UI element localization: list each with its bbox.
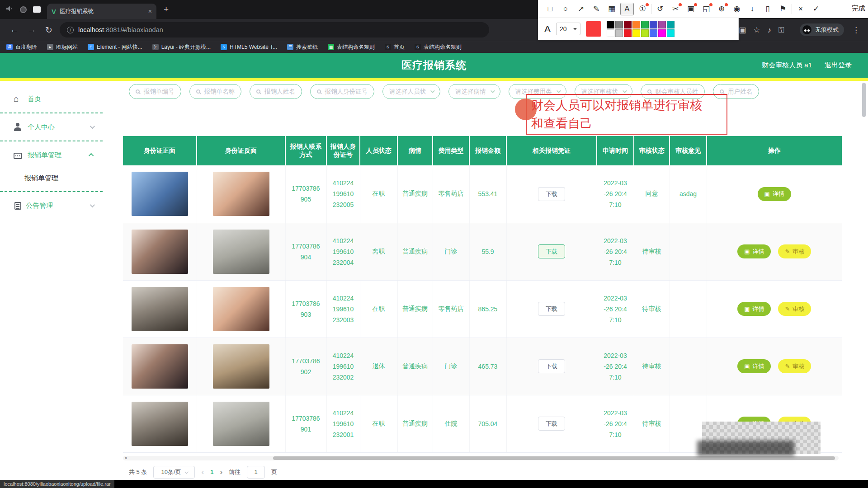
undo-icon[interactable]: ↺ [653, 3, 667, 15]
bookmark-item[interactable]: ): Layui - 经典开源模... [152, 43, 211, 51]
next-page-button[interactable]: › [220, 468, 222, 477]
bookmark-item[interactable]: ▸ 图标网站 [47, 43, 78, 51]
color-swatch[interactable] [624, 21, 632, 28]
arrow-tool-icon[interactable]: ↗ [574, 3, 588, 15]
color-swatch[interactable] [658, 21, 666, 28]
download-button[interactable]: 下载 [538, 359, 565, 373]
bookmark-item[interactable]: ▦ 表结构命名规则 [328, 43, 375, 51]
detail-button[interactable]: ▣ 详情 [737, 244, 771, 258]
bookmark-item[interactable]: ☰ 搜索壁纸 [287, 43, 318, 51]
color-swatch[interactable] [607, 21, 614, 28]
tab-close-icon[interactable]: × [148, 8, 152, 15]
filter-staff-status[interactable]: 请选择人员状 [382, 84, 440, 99]
download-button[interactable]: 下载 [538, 187, 565, 201]
scroll-left-arrow-icon[interactable]: ◂ [124, 455, 127, 460]
phone-cell: 17703786905 [285, 165, 326, 223]
ocr-icon[interactable]: ◱ [699, 3, 713, 15]
back-icon[interactable]: ← [10, 25, 19, 35]
id-card-back-photo [213, 287, 269, 331]
recorder-app-icon[interactable] [20, 6, 27, 13]
color-swatch[interactable] [615, 29, 623, 37]
page-size-select[interactable]: 10条/页 [153, 466, 195, 479]
horizontal-scrollbar[interactable]: ◂ [123, 456, 839, 460]
color-swatch[interactable] [667, 21, 675, 28]
detail-button[interactable]: ▣ 详情 [737, 302, 771, 316]
audit-button[interactable]: ✎ 审核 [778, 359, 811, 373]
sidebar-item-home[interactable]: ⌂ 首页 [0, 87, 103, 111]
text-tool-icon[interactable]: A [620, 3, 634, 15]
goto-page-input[interactable]: 1 [247, 466, 265, 479]
address-bar[interactable]: i localhost:8081/#/biaoxiaodan [60, 22, 489, 38]
active-color-swatch[interactable] [586, 21, 601, 37]
detail-button[interactable]: ▣ 详情 [758, 187, 791, 201]
forward-icon[interactable]: → [28, 25, 36, 35]
color-swatch[interactable] [607, 29, 614, 37]
filter-person-id[interactable]: 报销人身份证号 [310, 84, 375, 99]
font-size-select[interactable]: 20 [556, 23, 580, 35]
audit-button[interactable]: ✎ 审核 [778, 244, 811, 258]
download-icon[interactable]: ↓ [745, 3, 759, 15]
audit-button[interactable]: ✎ 审核 [778, 302, 811, 316]
filter-reimburse-name[interactable]: 报销单名称 [189, 84, 242, 99]
speaker-icon[interactable] [6, 5, 14, 14]
translate-icon[interactable]: ▣ [684, 3, 698, 15]
color-swatch[interactable] [667, 29, 675, 37]
id-number-cell: 410224199610232002 [326, 338, 360, 395]
pin-icon[interactable]: ⊕ [715, 3, 728, 15]
table-row: 17703786902 410224199610232002 退休 普通疾病 门… [123, 338, 842, 395]
record-icon[interactable]: ◉ [730, 3, 744, 15]
current-page[interactable]: 1 [210, 469, 213, 475]
color-swatch[interactable] [632, 21, 640, 28]
color-swatch[interactable] [650, 21, 657, 28]
reload-icon[interactable]: ↻ [45, 25, 52, 35]
bookmark-item[interactable]: E Element - 网站快... [88, 43, 142, 51]
filter-person-name[interactable]: 报销人姓名 [250, 84, 302, 99]
bookmark-item[interactable]: S 首页 [385, 43, 405, 51]
sidebar-item-reimburse[interactable]: 报销单管理 [0, 143, 103, 167]
vertical-scrollbar-thumb[interactable] [862, 83, 866, 117]
sidebar: ⌂ 首页 个人中心 报销单管理 报销单管理 [0, 81, 103, 480]
sidebar-subitem-reimburse-list[interactable]: 报销单管理 [0, 167, 103, 189]
bookmark-item[interactable]: S 表结构命名规则 [415, 43, 462, 51]
site-info-icon[interactable]: i [67, 27, 74, 33]
done-check-icon[interactable]: ✓ [809, 3, 823, 15]
pen-tool-icon[interactable]: ✎ [590, 3, 603, 15]
done-label[interactable]: 完成 [852, 4, 865, 13]
table-header-row: 身份证正面 身份证反面 报销人联系方式 报销人身份证号 人员状态 病情 费用类型… [123, 136, 842, 165]
detail-button[interactable]: ▣ 详情 [737, 359, 771, 373]
bookmark-icon[interactable]: ⚑ [776, 3, 790, 15]
mosaic-tool-icon[interactable]: ▦ [605, 3, 618, 15]
download-button[interactable]: 下载 [538, 417, 565, 431]
download-button[interactable]: 下载 [538, 244, 565, 258]
color-swatch[interactable] [650, 29, 657, 37]
rect-tool-icon[interactable]: □ [543, 3, 557, 15]
window-icon[interactable] [33, 6, 41, 13]
color-swatch[interactable] [641, 21, 649, 28]
logout-button[interactable]: 退出登录 [825, 61, 852, 70]
filter-reimburse-no[interactable]: 报销单编号 [129, 84, 181, 99]
color-swatch[interactable] [615, 21, 623, 28]
color-swatch[interactable] [658, 29, 666, 37]
new-tab-button[interactable]: + [164, 5, 169, 14]
close-icon[interactable]: × [794, 3, 807, 15]
screenshot-icon[interactable]: ✂ [669, 3, 682, 15]
bookmark-item[interactable]: 译 百度翻译 [6, 43, 37, 51]
color-swatch[interactable] [624, 29, 632, 37]
step-number-tool-icon[interactable]: ① [636, 3, 649, 15]
sidebar-item-notice[interactable]: 公告管理 [0, 194, 103, 217]
bookmarks-bar: 译 百度翻译 ▸ 图标网站 E Element - 网站快... ): Layu… [0, 41, 868, 53]
phone-icon[interactable]: ▯ [761, 3, 774, 15]
download-button[interactable]: 下载 [538, 302, 565, 316]
prev-page-button[interactable]: ‹ [201, 468, 204, 477]
divider[interactable] [792, 4, 792, 14]
ellipse-tool-icon[interactable]: ○ [559, 3, 572, 15]
audit-icon: ✎ [785, 305, 790, 312]
divider[interactable] [651, 4, 651, 14]
sidebar-item-profile[interactable]: 个人中心 [0, 115, 103, 139]
filter-disease[interactable]: 请选择病情 [448, 84, 500, 99]
browser-tab[interactable]: V 医疗报销系统 × [47, 4, 156, 19]
scrollbar-thumb[interactable] [273, 456, 835, 460]
color-swatch[interactable] [641, 29, 649, 37]
color-swatch[interactable] [632, 29, 640, 37]
bookmark-item[interactable]: 5 HTML5 Website T... [221, 44, 277, 50]
